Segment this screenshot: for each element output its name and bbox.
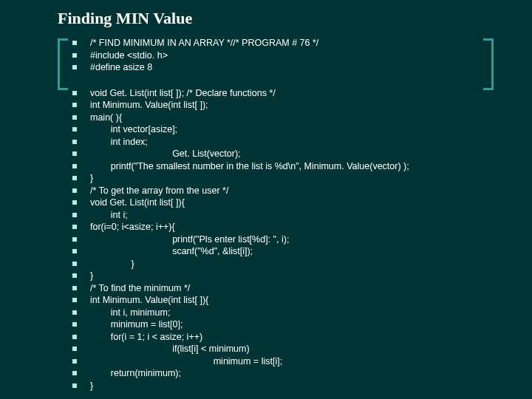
code-text: /* To get the array from the user */ bbox=[90, 185, 228, 197]
bullet-icon bbox=[72, 273, 77, 278]
bullet-line: for(i = 1; i < asize; i++) bbox=[72, 331, 488, 344]
bullet-icon bbox=[72, 115, 77, 120]
bullet-icon bbox=[72, 237, 77, 242]
bullet-line: minimum = list[0]; bbox=[72, 318, 488, 331]
code-text: } bbox=[90, 172, 93, 185]
bullet-icon bbox=[72, 225, 77, 229]
slide-title: Finding MIN Value bbox=[58, 9, 192, 28]
code-text: /* FIND MINIMUM IN AN ARRAY *//* PROGRAM… bbox=[90, 37, 318, 50]
bracket-left-decoration bbox=[58, 38, 68, 90]
code-text: if(list[i] < minimum) bbox=[90, 343, 250, 355]
code-text: minimum = list[0]; bbox=[90, 318, 183, 331]
bullet-line: } bbox=[72, 380, 488, 392]
code-text: int i, minimum; bbox=[90, 307, 170, 319]
bullet-line: Get. List(vector); bbox=[72, 148, 488, 160]
bullet-line: #define asize 8 bbox=[72, 61, 488, 74]
code-text: minimum = list[i]; bbox=[90, 355, 282, 368]
bullet-line: void Get. List(int list[ ]){ bbox=[72, 197, 488, 209]
bullet-icon bbox=[72, 347, 77, 351]
bullet-line: } bbox=[72, 258, 488, 270]
bullet-line: int i; bbox=[72, 209, 488, 222]
bullet-line: main( ){ bbox=[72, 112, 488, 124]
bullet-icon bbox=[72, 91, 77, 95]
bullet-icon bbox=[72, 151, 77, 156]
code-text: /* To find the minimum */ bbox=[90, 282, 190, 295]
code-text: for(i = 1; i < asize; i++) bbox=[90, 331, 202, 344]
code-text: } bbox=[90, 258, 134, 270]
bullet-icon bbox=[72, 298, 77, 302]
bullet-line: scanf("%d", &list[i]); bbox=[72, 245, 488, 258]
bullet-line: int Minimum. Value(int list[ ]){ bbox=[72, 294, 488, 307]
bullet-icon bbox=[72, 41, 77, 45]
code-text: printf("Pls enter list[%d]: ", i); bbox=[90, 233, 289, 246]
code-text: int Minimum. Value(int list[ ]){ bbox=[90, 294, 208, 307]
bullet-icon bbox=[72, 53, 77, 58]
bullet-line: /* FIND MINIMUM IN AN ARRAY *//* PROGRAM… bbox=[72, 37, 488, 50]
bullet-line: return(minimum); bbox=[72, 367, 488, 380]
code-text: #define asize 8 bbox=[90, 61, 152, 74]
bullet-line: void Get. List(int list[ ]); /* Declare … bbox=[72, 87, 488, 100]
bullet-icon bbox=[72, 176, 77, 180]
code-block-2: void Get. List(int list[ ]); /* Declare … bbox=[72, 87, 488, 392]
bullet-line: printf("The smallest number in the list … bbox=[72, 160, 488, 173]
code-text: Get. List(vector); bbox=[90, 148, 241, 160]
code-text: } bbox=[90, 270, 93, 282]
code-text: return(minimum); bbox=[90, 367, 181, 380]
bullet-icon bbox=[72, 262, 77, 266]
code-text: int vector[asize]; bbox=[90, 123, 177, 136]
bullet-icon bbox=[72, 140, 77, 144]
bullet-icon bbox=[72, 359, 77, 364]
code-text: int Minimum. Value(int list[ ]); bbox=[90, 99, 208, 112]
bullet-icon bbox=[72, 164, 77, 168]
code-text: printf("The smallest number in the list … bbox=[90, 160, 409, 173]
bullet-icon bbox=[72, 249, 77, 253]
code-text: } bbox=[90, 380, 93, 392]
bullet-icon bbox=[72, 103, 77, 107]
bullet-line: printf("Pls enter list[%d]: ", i); bbox=[72, 233, 488, 246]
bullet-line: int Minimum. Value(int list[ ]); bbox=[72, 99, 488, 112]
bullet-icon bbox=[72, 322, 77, 327]
code-text: main( ){ bbox=[90, 112, 122, 124]
bullet-line: #include <stdio. h> bbox=[72, 50, 488, 62]
bullet-icon bbox=[72, 65, 77, 69]
code-text: scanf("%d", &list[i]); bbox=[90, 245, 253, 258]
bullet-line: minimum = list[i]; bbox=[72, 355, 488, 368]
bullet-icon bbox=[72, 188, 77, 193]
code-text: void Get. List(int list[ ]); /* Declare … bbox=[90, 87, 276, 100]
bullet-icon bbox=[72, 127, 77, 132]
code-text: for(i=0; i<asize; i++){ bbox=[90, 221, 175, 233]
bullet-line: int vector[asize]; bbox=[72, 123, 488, 136]
bullet-icon bbox=[72, 286, 77, 290]
bullet-icon bbox=[72, 383, 77, 388]
bullet-line: /* To find the minimum */ bbox=[72, 282, 488, 295]
code-text: #include <stdio. h> bbox=[90, 50, 168, 62]
bullet-line: /* To get the array from the user */ bbox=[72, 185, 488, 197]
bullet-icon bbox=[72, 200, 77, 205]
bullet-line: int i, minimum; bbox=[72, 307, 488, 319]
bullet-line: for(i=0; i<asize; i++){ bbox=[72, 221, 488, 233]
bullet-icon bbox=[72, 335, 77, 339]
bullet-icon bbox=[72, 371, 77, 375]
bullet-line: } bbox=[72, 270, 488, 282]
bullet-icon bbox=[72, 310, 77, 315]
code-text: void Get. List(int list[ ]){ bbox=[90, 197, 185, 209]
bullet-icon bbox=[72, 213, 77, 217]
code-text: int i; bbox=[90, 209, 128, 222]
code-text: int index; bbox=[90, 136, 148, 149]
code-block-1: /* FIND MINIMUM IN AN ARRAY *//* PROGRAM… bbox=[72, 37, 488, 74]
bullet-line: } bbox=[72, 172, 488, 185]
bullet-line: int index; bbox=[72, 136, 488, 149]
bullet-line: if(list[i] < minimum) bbox=[72, 343, 488, 355]
content-area: /* FIND MINIMUM IN AN ARRAY *//* PROGRAM… bbox=[72, 37, 488, 399]
